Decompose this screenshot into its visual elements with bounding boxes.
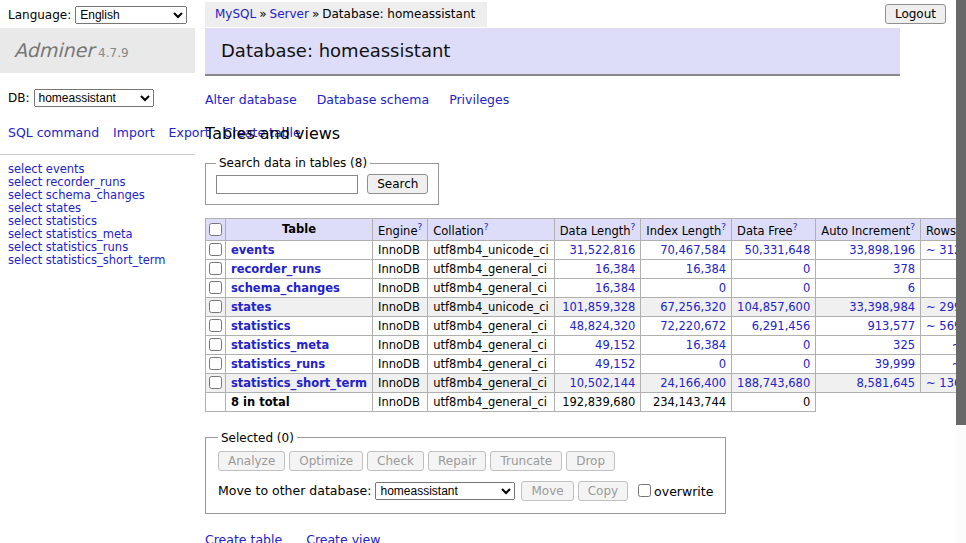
data-free-value[interactable]: 0 [803,262,810,276]
app-version[interactable]: 4.7.9 [98,46,129,60]
index-length-value[interactable]: 0 [719,281,726,295]
sidebar-action-link[interactable]: Import [113,125,155,140]
row-checkbox[interactable] [209,319,222,332]
help-icon[interactable]: ? [793,222,798,232]
database-action-link[interactable]: Database schema [317,92,429,107]
collation-value: utf8mb4_unicode_ci [428,240,555,259]
help-icon[interactable]: ? [417,222,422,232]
index-length-value[interactable]: 72,220,672 [660,319,726,333]
search-input[interactable] [216,175,358,194]
index-length-value[interactable]: 24,166,400 [660,376,726,390]
data-length-value[interactable]: 49,152 [595,338,635,352]
row-checkbox-cell [206,259,226,278]
breadcrumb-server-link[interactable]: Server [270,7,309,21]
data-free-value[interactable]: 0 [803,338,810,352]
selected-action-button[interactable]: Analyze [218,451,285,471]
row-checkbox[interactable] [209,338,222,351]
data-length-value[interactable]: 48,824,320 [569,319,635,333]
selected-action-button[interactable]: Drop [566,451,615,471]
selected-action-button[interactable]: Truncate [490,451,562,471]
database-action-link[interactable]: Alter database [205,92,297,107]
overwrite-checkbox[interactable] [638,484,651,497]
data-free-value[interactable]: 50,331,648 [744,243,810,257]
table-row: recorder_runsInnoDButf8mb4_general_ci16,… [206,259,966,278]
sidebar-select-link[interactable]: select statistics_short_term [8,254,187,267]
data-free-value[interactable]: 188,743,680 [737,376,810,390]
table-name-link[interactable]: states [231,300,271,314]
table-name-link[interactable]: recorder_runs [231,262,321,276]
auto-increment-value[interactable]: 39,999 [875,357,915,371]
breadcrumb-current: Database: homeassistant [322,7,475,21]
selected-action-button[interactable]: Optimize [289,451,363,471]
auto-increment-value[interactable]: 378 [893,262,915,276]
search-button[interactable]: Search [367,174,428,194]
data-free-value[interactable]: 104,857,600 [737,300,810,314]
index-length-value[interactable]: 67,256,320 [660,300,726,314]
logout-button[interactable]: Logout [885,4,946,24]
data-length-value-cell: 10,502,144 [554,373,641,392]
auto-increment-value[interactable]: 6 [908,281,915,295]
column-header-auto-increment: Auto Increment? [816,219,921,241]
data-length-value[interactable]: 16,384 [595,262,635,276]
table-name-link[interactable]: statistics_short_term [231,376,367,390]
select-all-checkbox[interactable] [209,223,222,236]
help-icon[interactable]: ? [631,222,636,232]
row-checkbox-cell [206,297,226,316]
table-name-link[interactable]: statistics_meta [231,338,329,352]
create-link[interactable]: Create view [306,532,380,543]
auto-increment-value[interactable]: 913,577 [867,319,915,333]
data-length-value[interactable]: 101,859,328 [562,300,635,314]
table-name-link[interactable]: schema_changes [231,281,340,295]
selected-action-button[interactable]: Repair [428,451,486,471]
auto-increment-value[interactable]: 8,581,645 [857,376,916,390]
index-length-value[interactable]: 70,467,584 [660,243,726,257]
row-checkbox[interactable] [209,281,222,294]
db-select[interactable]: homeassistant [34,89,154,107]
total-index-length: 234,143,744 [641,392,732,411]
table-name-link[interactable]: events [231,243,275,257]
overwrite-label[interactable]: overwrite [654,483,713,498]
index-length-value-cell: 0 [641,354,732,373]
auto-increment-value[interactable]: 33,898,196 [849,243,915,257]
data-free-value[interactable]: 0 [803,281,810,295]
row-checkbox[interactable] [209,357,222,370]
data-length-value-cell: 48,824,320 [554,316,641,335]
data-length-value[interactable]: 49,152 [595,357,635,371]
help-icon[interactable]: ? [484,222,489,232]
table-name-link[interactable]: statistics_runs [231,357,325,371]
auto-increment-value[interactable]: 325 [893,338,915,352]
copy-button[interactable]: Copy [578,481,628,501]
help-icon[interactable]: ? [721,222,726,232]
table-name-link[interactable]: statistics [231,319,291,333]
row-checkbox[interactable] [209,243,222,256]
column-header-data-length: Data Length? [554,219,641,241]
sidebar-action-link[interactable]: SQL command [8,125,99,140]
engine-value: InnoDB [373,316,428,335]
column-header-collation: Collation? [428,219,555,241]
index-length-value[interactable]: 16,384 [686,338,726,352]
database-action-link[interactable]: Privileges [449,92,509,107]
sidebar-action-link[interactable]: Export [169,125,210,140]
move-button[interactable]: Move [521,481,573,501]
tables-header-row: Table Engine? Collation? Data Length? In… [206,219,966,241]
search-legend: Search data in tables (8) [216,156,370,170]
language-select[interactable]: English [75,6,187,24]
auto-increment-value[interactable]: 33,398,984 [849,300,915,314]
data-free-value[interactable]: 6,291,456 [752,319,811,333]
row-checkbox[interactable] [209,376,222,389]
data-length-value[interactable]: 16,384 [595,281,635,295]
data-length-value[interactable]: 10,502,144 [569,376,635,390]
scrollbar-thumb[interactable] [956,0,966,425]
row-checkbox[interactable] [209,262,222,275]
selected-action-button[interactable]: Check [367,451,424,471]
data-length-value[interactable]: 31,522,816 [569,243,635,257]
row-checkbox[interactable] [209,300,222,313]
index-length-value[interactable]: 16,384 [686,262,726,276]
data-free-value[interactable]: 0 [803,357,810,371]
breadcrumb-mysql-link[interactable]: MySQL [215,7,256,21]
scrollbar[interactable] [956,0,966,543]
move-db-select[interactable]: homeassistant [375,482,515,500]
help-icon[interactable]: ? [910,222,915,232]
create-link[interactable]: Create table [205,532,282,543]
index-length-value[interactable]: 0 [719,357,726,371]
